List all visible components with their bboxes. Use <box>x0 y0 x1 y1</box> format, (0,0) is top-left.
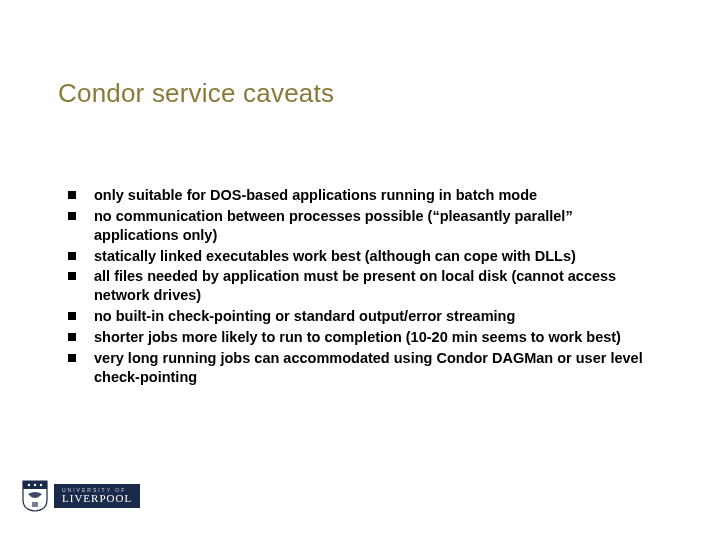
svg-point-0 <box>28 484 30 486</box>
bullet-text: shorter jobs more likely to run to compl… <box>94 328 658 347</box>
svg-point-2 <box>40 484 42 486</box>
bullet-text: statically linked executables work best … <box>94 247 658 266</box>
svg-point-1 <box>34 484 36 486</box>
bullet-text: only suitable for DOS-based applications… <box>94 186 658 205</box>
bullet-icon <box>68 312 76 320</box>
bullet-icon <box>68 212 76 220</box>
list-item: no built-in check-pointing or standard o… <box>68 307 658 326</box>
bullet-list: only suitable for DOS-based applications… <box>68 186 658 388</box>
list-item: all files needed by application must be … <box>68 267 658 305</box>
bullet-icon <box>68 272 76 280</box>
slide-title: Condor service caveats <box>58 78 334 109</box>
bullet-icon <box>68 252 76 260</box>
bullet-icon <box>68 191 76 199</box>
bullet-icon <box>68 333 76 341</box>
list-item: no communication between processes possi… <box>68 207 658 245</box>
bullet-text: no built-in check-pointing or standard o… <box>94 307 658 326</box>
bullet-text: very long running jobs can accommodated … <box>94 349 658 387</box>
bullet-text: all files needed by application must be … <box>94 267 658 305</box>
list-item: only suitable for DOS-based applications… <box>68 186 658 205</box>
list-item: very long running jobs can accommodated … <box>68 349 658 387</box>
svg-rect-3 <box>32 502 38 507</box>
list-item: statically linked executables work best … <box>68 247 658 266</box>
footer-logo: UNIVERSITY OF LIVERPOOL <box>22 480 140 512</box>
list-item: shorter jobs more likely to run to compl… <box>68 328 658 347</box>
slide: Condor service caveats only suitable for… <box>0 0 720 540</box>
org-badge: UNIVERSITY OF LIVERPOOL <box>54 484 140 508</box>
org-name: LIVERPOOL <box>62 493 132 504</box>
shield-icon <box>22 480 48 512</box>
bullet-text: no communication between processes possi… <box>94 207 658 245</box>
bullet-icon <box>68 354 76 362</box>
